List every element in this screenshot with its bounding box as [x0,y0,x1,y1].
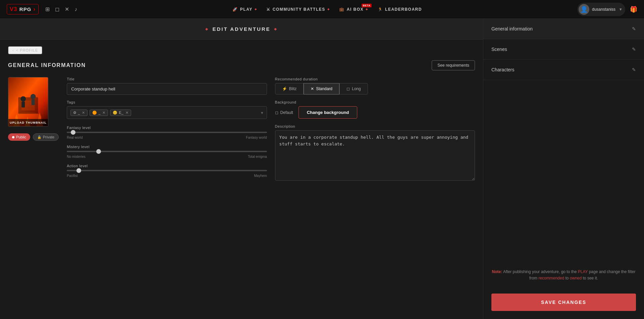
right-sidebar: General information ✎ Scenes ✎ Character… [483,19,644,319]
duration-field-group: Recommended duration ⚡ Blitz ✕ Standard [275,77,475,95]
visibility-row: Public 🔒 Private [8,133,59,141]
title-field-group: Title [67,77,267,95]
svg-rect-7 [32,99,35,105]
mystery-min-label: No misteries [67,155,86,158]
see-requirements-button[interactable]: See requirements [432,60,475,70]
nav-community-battles[interactable]: ⚔ COMMUNITY BATTLES ◆ [266,7,330,12]
nav-right: 👤 dusanstaniss ▾ 🎁 [577,3,637,16]
description-textarea[interactable]: You are in a corporate standup hell. All… [275,130,475,181]
fantasy-labels: Real world Fantasy world [67,136,267,139]
chevron-down-icon: ▾ [620,7,622,12]
tags-field-group: Tags ⚙ _ ✕ 🟠 _ ✕ [67,100,267,119]
section-header: GENERAL INFORMATION See requirements [8,60,475,70]
nav-play[interactable]: 🚀 PLAY ◆ [232,7,257,12]
duration-blitz-button[interactable]: ⚡ Blitz [275,83,304,94]
logo[interactable]: V3RPG › [7,4,39,14]
gift-icon[interactable]: 🎁 [630,6,637,13]
thumbnail-label: UPLOAD THUMBNAIL [8,119,48,126]
instagram-icon[interactable]: ◻ [55,6,59,12]
tag-remove-1[interactable]: ✕ [82,111,85,115]
thumbnail-upload-box[interactable]: UPLOAD THUMBNAIL [8,77,48,127]
sidebar-spacer [483,80,644,262]
note-owned-text: owned [570,276,582,280]
leaderboard-icon: 🏃 [378,7,383,12]
nav-dot-1: ◆ [255,8,257,11]
edit-pencil-icon-general: ✎ [632,26,636,31]
public-button[interactable]: Public [8,133,30,141]
note-play-link[interactable]: PLAY [578,269,588,274]
change-background-button[interactable]: Change background [299,106,358,119]
sidebar-item-scenes[interactable]: Scenes ✎ [483,39,644,60]
edit-header-title-text: EDIT ADVENTURE [212,26,270,32]
nav-center: 🚀 PLAY ◆ ⚔ COMMUNITY BATTLES ◆ 💼 AI BOX … [84,7,571,12]
sidebar-item-characters[interactable]: Characters ✎ [483,60,644,80]
logo-v: V3 [10,6,17,13]
default-bg-icon: ◻ [275,110,278,115]
sidebar-scenes-label: Scenes [491,47,507,52]
fantasy-slider-group: Fantasy level Real world Fantasy world [67,126,267,139]
edit-pencil-icon-scenes: ✎ [632,47,636,52]
fantasy-max-label: Fantasy world [246,136,267,139]
duration-standard-button[interactable]: ✕ Standard [304,83,339,94]
duration-buttons: ⚡ Blitz ✕ Standard ◻ Long [275,83,475,94]
action-slider[interactable] [67,170,267,171]
username: dusanstaniss [592,7,615,12]
blitz-icon: ⚡ [282,86,287,91]
action-labels: Pacifist Mayhem [67,174,267,178]
private-icon: 🔒 [37,135,41,139]
long-icon: ◻ [346,86,350,91]
tag-chip-1[interactable]: ⚙ _ ✕ [70,110,88,116]
beta-badge-aibox: BETA [362,4,371,7]
sliders-group: Fantasy level Real world Fantasy world M… [67,124,267,181]
twitter-icon[interactable]: ✕ [65,6,69,12]
nav-ai-box[interactable]: 💼 AI BOX BETA ◆ [339,7,368,12]
social-icons: ⊞ ◻ ✕ ♪ [45,6,77,12]
mystery-label: Mistery level [67,145,267,149]
save-changes-button[interactable]: SAVE CHANGES [491,294,636,311]
back-arrow-icon: ‹ [12,48,14,52]
private-button[interactable]: 🔒 Private [33,133,59,141]
tag-emoji-2: 🟠 [92,111,97,115]
fantasy-slider[interactable] [67,132,267,133]
mystery-slider[interactable] [67,151,267,152]
back-to-profile-button[interactable]: ‹ < PROFILE [8,46,42,54]
background-default: ◻ Default [275,110,293,115]
tag-text-1: _ [78,111,80,115]
nav-leaderboard[interactable]: 🏃 LEADERBOARD [378,7,422,12]
tag-emoji-1: ⚙ [73,111,76,115]
tag-chip-3[interactable]: 😊 E_ ✕ [110,110,131,116]
mystery-slider-group: Mistery level No misteries Total enigma [67,145,267,158]
main-layout: ◆ EDIT ADVENTURE ◆ ‹ < PROFILE GENERAL I… [0,19,644,319]
note-text: After publishing your adventure, go to t… [502,269,578,274]
public-dot [12,136,14,138]
sidebar-item-general-info[interactable]: General information ✎ [483,19,644,39]
edit-pencil-icon-characters: ✎ [632,67,636,72]
duration-long-button[interactable]: ◻ Long [339,83,368,94]
title-input[interactable] [67,83,267,95]
standard-icon: ✕ [311,86,314,91]
avatar: 👤 [579,4,589,15]
background-label: Background [275,100,475,104]
tag-text-3: E_ [119,111,123,115]
sidebar-note: Note: After publishing your adventure, g… [483,262,644,288]
user-chip[interactable]: 👤 dusanstaniss ▾ [577,3,625,16]
mystery-labels: No misteries Total enigma [67,155,267,158]
action-slider-group: Action level Pacifist Mayhem [67,164,267,178]
tags-input[interactable]: ⚙ _ ✕ 🟠 _ ✕ 😊 [67,106,267,119]
discord-icon[interactable]: ⊞ [45,6,50,12]
title-duration-row: Title Recommended duration ⚡ Blitz [67,77,475,95]
tiktok-icon[interactable]: ♪ [74,6,77,12]
background-field-group: Background ◻ Default Change background [275,100,475,119]
tag-remove-2[interactable]: ✕ [102,111,105,115]
sidebar-general-info-label: General information [491,26,533,31]
fantasy-min-label: Real world [67,136,83,139]
tags-chevron-icon[interactable]: ▾ [261,110,263,115]
thumbnail-section: UPLOAD THUMBNAIL Public 🔒 Private [8,77,59,141]
tag-chip-2[interactable]: 🟠 _ ✕ [90,110,108,116]
action-label: Action level [67,164,267,168]
tag-remove-3[interactable]: ✕ [125,111,128,115]
sliders-description-row: Fantasy level Real world Fantasy world M… [67,124,475,181]
nav-dot-2: ◆ [327,8,330,11]
tag-text-2: _ [98,111,100,115]
fields-area: Title Recommended duration ⚡ Blitz [67,77,475,181]
